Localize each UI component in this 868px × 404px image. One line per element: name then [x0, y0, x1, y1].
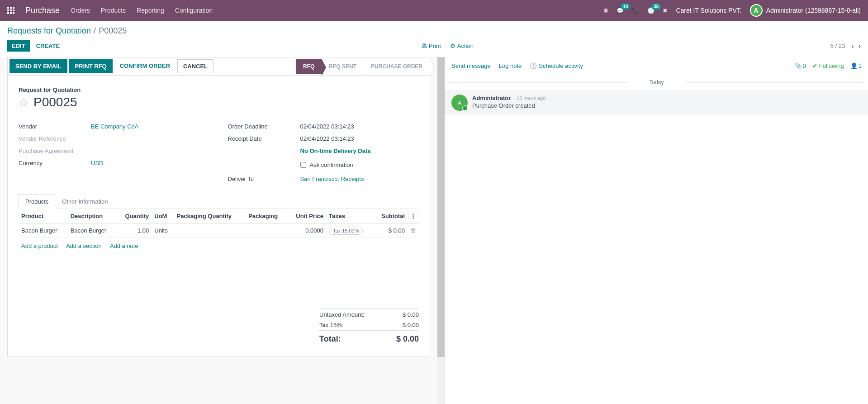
pager-next-icon[interactable]: › — [859, 42, 861, 50]
cell-price: 0.0000 — [287, 223, 326, 238]
col-product: Product — [19, 209, 68, 223]
col-packaging: Packaging — [246, 209, 287, 223]
label-deliver: Deliver To — [228, 176, 300, 182]
breadcrumb: Requests for Quotation / P00025 — [7, 26, 861, 36]
label-vendor: Vendor — [19, 123, 91, 130]
col-pkg-qty: Packaging Quantity — [174, 209, 246, 223]
deadline-value: 02/04/2022 03:14:23 — [300, 123, 354, 130]
value-total: $ 0.00 — [396, 334, 419, 344]
value-untaxed: $ 0.00 — [403, 311, 419, 318]
col-description: Description — [68, 209, 117, 223]
label-vendor-ref: Vendor Reference — [19, 135, 91, 142]
cell-uom: Units — [152, 223, 174, 238]
value-tax: $ 0.00 — [403, 322, 419, 328]
following-button[interactable]: ✔ Following — [812, 62, 844, 69]
label-deadline: Order Deadline — [228, 123, 300, 130]
apps-icon[interactable] — [7, 7, 14, 14]
label-untaxed: Untaxed Amount: — [319, 311, 365, 318]
followers-count[interactable]: 👤1 — [850, 62, 862, 69]
create-button[interactable]: CREATE — [32, 40, 64, 52]
user-menu[interactable]: A Administrator (12598867-15-0-all) — [750, 4, 861, 17]
activities-icon[interactable]: 🕓35 — [647, 7, 655, 14]
send-message-link[interactable]: Send message — [451, 62, 491, 69]
doc-title: P00025 — [33, 95, 77, 109]
vendor-value[interactable]: BE Company CoA — [91, 123, 139, 130]
message-time: - 13 hours ago — [513, 95, 545, 101]
cell-subtotal: $ 0.00 — [373, 223, 408, 238]
schedule-activity-link[interactable]: 🕓 Schedule activity — [530, 62, 583, 69]
debug-icon[interactable]: ✱ — [603, 7, 608, 14]
log-note-link[interactable]: Log note — [499, 62, 522, 69]
nav-configuration[interactable]: Configuration — [175, 7, 213, 14]
col-quantity: Quantity — [117, 209, 152, 223]
col-options-icon[interactable]: ⋮ — [408, 209, 419, 223]
table-row[interactable]: Bacon Burger Bacon Burger 1.00 Units 0.0… — [19, 223, 419, 238]
date-divider: Today — [445, 79, 868, 86]
confirm-order-button[interactable]: CONFIRM ORDER — [114, 59, 175, 73]
settings-icon[interactable]: ✖ — [663, 7, 668, 14]
deliver-value[interactable]: San Francisco: Receipts — [300, 176, 364, 182]
cell-product: Bacon Burger — [19, 223, 68, 238]
label-currency: Currency — [19, 160, 91, 166]
print-rfq-button[interactable]: PRINT RFQ — [69, 59, 113, 73]
currency-value[interactable]: USD — [91, 160, 103, 166]
label-agreement: Purchase Agreement — [19, 147, 91, 154]
add-product-link[interactable]: Add a product — [21, 242, 58, 249]
nav-reporting[interactable]: Reporting — [137, 7, 164, 14]
col-subtotal: Subtotal — [373, 209, 408, 223]
action-button[interactable]: ⚙ Action — [450, 43, 474, 49]
status-rfq[interactable]: RFQ — [296, 59, 322, 74]
favorite-star-icon[interactable]: ☆ — [19, 95, 29, 109]
status-purchase-order[interactable]: PURCHASE ORDER — [364, 59, 430, 74]
activities-badge: 35 — [651, 4, 661, 10]
label-receipt: Receipt Date — [228, 135, 300, 142]
receipt-value: 02/04/2022 03:14:23 — [300, 135, 354, 142]
nav-orders[interactable]: Orders — [71, 7, 90, 14]
label-ask: Ask confirmation — [310, 162, 353, 168]
print-button[interactable]: 🖶 Print — [421, 43, 441, 49]
messages-icon[interactable]: 💬10 — [617, 7, 624, 14]
col-unit-price: Unit Price — [287, 209, 326, 223]
app-brand[interactable]: Purchase — [25, 6, 60, 15]
top-navbar: Purchase Orders Products Reporting Confi… — [0, 0, 868, 21]
user-name: Administrator (12598867-15-0-all) — [766, 7, 861, 14]
messages-badge: 10 — [621, 4, 630, 10]
pager-prev-icon[interactable]: ‹ — [851, 42, 854, 50]
tax-pill: Tax 15.00% — [329, 227, 363, 235]
phone-icon[interactable]: 📞 — [632, 7, 639, 14]
add-section-link[interactable]: Add a section — [66, 242, 102, 249]
message-text: Purchase Order created — [472, 102, 862, 109]
delete-row-icon[interactable]: 🗑 — [408, 223, 419, 238]
scrollbar[interactable] — [437, 57, 445, 404]
cell-description: Bacon Burger — [68, 223, 117, 238]
cancel-button[interactable]: CANCEL — [177, 59, 213, 73]
company-selector[interactable]: Caret IT Solutions PVT. — [676, 7, 741, 14]
ontime-link[interactable]: No On-time Delivery Data — [300, 147, 371, 154]
message-avatar-icon: A — [451, 95, 468, 111]
label-tax: Tax 15%: — [319, 322, 343, 328]
tab-products[interactable]: Products — [19, 194, 55, 209]
nav-products[interactable]: Products — [101, 7, 126, 14]
attachment-count[interactable]: 📎0 — [795, 62, 806, 69]
user-avatar-icon: A — [750, 4, 763, 17]
breadcrumb-parent[interactable]: Requests for Quotation — [7, 26, 91, 36]
cell-quantity: 1.00 — [117, 223, 152, 238]
ask-confirmation-checkbox[interactable] — [300, 162, 306, 168]
doc-subtitle: Request for Quotation — [19, 86, 419, 93]
send-by-email-button[interactable]: SEND BY EMAIL — [9, 59, 67, 73]
add-note-link[interactable]: Add a note — [110, 242, 138, 249]
edit-button[interactable]: EDIT — [7, 40, 30, 52]
pager-text: 5 / 23 — [830, 43, 845, 49]
label-total: Total: — [319, 334, 341, 344]
col-taxes: Taxes — [326, 209, 373, 223]
message-author: Administrator — [472, 95, 511, 101]
order-lines-table: Product Description Quantity UoM Packagi… — [19, 209, 419, 238]
message-item: A Administrator - 13 hours ago Purchase … — [445, 90, 868, 115]
status-rfq-sent[interactable]: RFQ SENT — [322, 59, 364, 74]
breadcrumb-current: P00025 — [99, 26, 127, 36]
tab-other-info[interactable]: Other Information — [55, 194, 114, 209]
col-uom: UoM — [152, 209, 174, 223]
